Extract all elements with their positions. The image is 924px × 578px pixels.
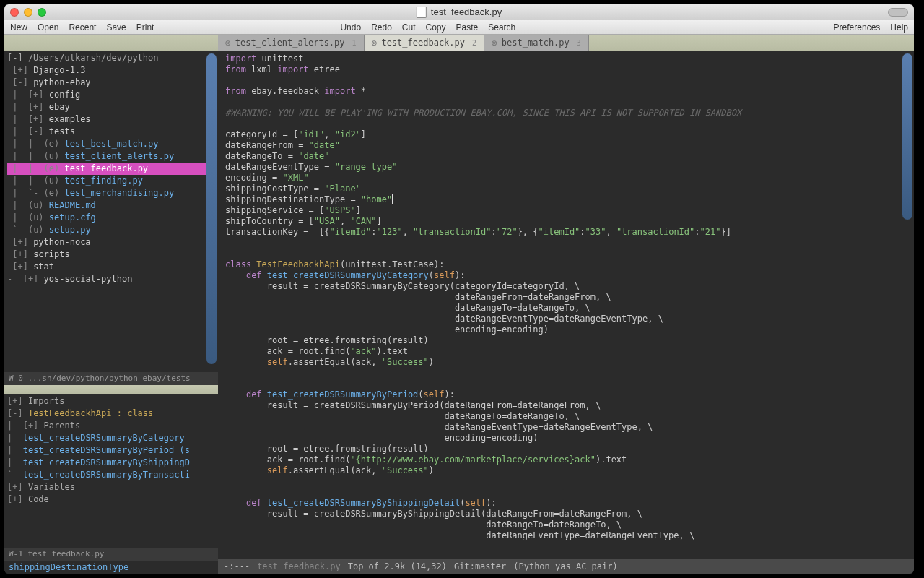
- menu-paste[interactable]: Paste: [456, 22, 479, 33]
- code-line[interactable]: root = etree.fromstring(result): [225, 444, 907, 454]
- outline-item[interactable]: [+] Imports: [7, 395, 215, 407]
- code-line[interactable]: [225, 476, 907, 487]
- code-line[interactable]: result = createDSRSummaryByCategory(cate…: [225, 281, 907, 292]
- tab-test_client_alerts-py[interactable]: ⊗test_client_alerts.py1: [218, 35, 365, 51]
- close-icon[interactable]: ⊗: [492, 38, 497, 48]
- code-line[interactable]: [225, 118, 907, 129]
- outline-item[interactable]: | test_createDSRSummaryByShippingD: [7, 457, 215, 469]
- code-line[interactable]: shippingService = ["USPS"]: [225, 205, 907, 216]
- code-line[interactable]: encoding = "XML": [225, 173, 907, 184]
- minibuffer[interactable]: shippingDestinationType: [4, 561, 218, 574]
- menu-redo[interactable]: Redo: [371, 22, 392, 33]
- code-line[interactable]: dateRangeEventType=dateRangeEventType, \: [225, 530, 907, 541]
- outline-item[interactable]: [+] Code: [7, 493, 215, 506]
- tab-test_feedback-py[interactable]: ⊗test_feedback.py2: [365, 35, 484, 51]
- menu-open[interactable]: Open: [38, 22, 58, 33]
- code-line[interactable]: shipToCountry = ["USA", "CAN"]: [225, 216, 907, 227]
- outline-panel[interactable]: [+] Imports[-] TestFeedbackhApi : class|…: [4, 394, 218, 548]
- titlebar-pill[interactable]: [888, 8, 908, 17]
- code-line[interactable]: shippingDestinationType = "home": [225, 194, 907, 205]
- menu-search[interactable]: Search: [488, 22, 515, 33]
- tree-item[interactable]: [+] Django-1.3: [7, 64, 215, 77]
- outline-item[interactable]: [-] TestFeedbackhApi : class: [7, 407, 215, 420]
- code-line[interactable]: from ebay.feedback import *: [225, 86, 907, 97]
- code-line[interactable]: dateRangeFrom = "date": [225, 140, 907, 151]
- outline-item[interactable]: | test_createDSRSummaryByPeriod (s: [7, 444, 215, 457]
- close-icon[interactable]: [10, 8, 19, 17]
- tree-item[interactable]: [+] stat: [7, 261, 215, 273]
- tree-item[interactable]: `- (u) setup.py: [7, 224, 215, 236]
- tree-item[interactable]: | (u) setup.cfg: [7, 212, 215, 224]
- close-icon[interactable]: ⊗: [372, 38, 378, 48]
- tree-item[interactable]: | | (e) test_best_match.py: [7, 138, 215, 150]
- code-line[interactable]: dateRangeEventType=dateRangeEventType, \: [225, 422, 907, 433]
- tree-item[interactable]: | | (e) test_feedback.py: [7, 163, 215, 175]
- tree-item[interactable]: - [+] yos-social-python: [7, 273, 215, 285]
- tree-item[interactable]: | | (u) test_client_alerts.py: [7, 150, 215, 163]
- file-tree[interactable]: [-] /Users/utkarsh/dev/python [+] Django…: [4, 51, 218, 372]
- tree-item[interactable]: [+] python-noca: [7, 236, 215, 249]
- tree-item[interactable]: | [-] tests: [7, 126, 215, 138]
- code-line[interactable]: [225, 487, 907, 498]
- code-line[interactable]: result = createDSRSummaryByShippingDetai…: [225, 509, 907, 519]
- close-icon[interactable]: ⊗: [225, 38, 231, 48]
- menu-copy[interactable]: Copy: [426, 22, 446, 33]
- code-line[interactable]: dateRangeTo=dateRangeTo, \: [225, 411, 907, 422]
- code-line[interactable]: dateRangeTo=dateRangeTo, \: [225, 303, 907, 314]
- editor[interactable]: import unittestfrom lxml import etree fr…: [218, 51, 914, 574]
- menu-print[interactable]: Print: [136, 22, 154, 33]
- tab-best_match-py[interactable]: ⊗best_match.py3: [484, 35, 589, 51]
- code-line[interactable]: [225, 249, 907, 259]
- code-line[interactable]: result = createDSRSummaryByPeriod(dateRa…: [225, 400, 907, 411]
- code-line[interactable]: self.assertEqual(ack, "Success"): [225, 465, 907, 476]
- code-line[interactable]: ack = root.find("ack").text: [225, 346, 907, 357]
- code-line[interactable]: encoding=encoding): [225, 324, 907, 335]
- code-line[interactable]: dateRangeTo=dateRangeTo, \: [225, 519, 907, 530]
- code-line[interactable]: [225, 75, 907, 86]
- code-line[interactable]: dateRangeFrom=dateRangeFrom, \: [225, 292, 907, 303]
- outline-item[interactable]: `- test_createDSRSummaryByTransacti: [7, 469, 215, 481]
- minimize-icon[interactable]: [24, 8, 32, 17]
- code-area[interactable]: import unittestfrom lxml import etree fr…: [218, 51, 914, 559]
- menu-preferences[interactable]: Preferences: [834, 22, 881, 33]
- tree-item[interactable]: | [+] examples: [7, 113, 215, 126]
- code-line[interactable]: class TestFeedbackhApi(unittest.TestCase…: [225, 259, 907, 270]
- code-line[interactable]: from lxml import etree: [225, 64, 907, 75]
- menu-help[interactable]: Help: [890, 22, 908, 33]
- code-line[interactable]: [225, 97, 907, 108]
- code-line[interactable]: [225, 379, 907, 389]
- code-line[interactable]: def test_createDSRSummaryByPeriod(self):: [225, 389, 907, 400]
- menu-new[interactable]: New: [10, 22, 27, 33]
- code-line[interactable]: [225, 238, 907, 249]
- code-line[interactable]: transactionKey = [{"itemId":"123", "tran…: [225, 227, 907, 238]
- code-line[interactable]: encoding=encoding): [225, 433, 907, 444]
- tree-item[interactable]: [-] python-ebay: [7, 77, 215, 89]
- outline-item[interactable]: | test_createDSRSummaryByCategory: [7, 432, 215, 444]
- code-line[interactable]: shippingCostType = "Plane": [225, 184, 907, 194]
- menu-undo[interactable]: Undo: [340, 22, 361, 33]
- sidebar-divider[interactable]: [4, 385, 218, 394]
- code-line[interactable]: def test_createDSRSummaryByShippingDetai…: [225, 498, 907, 509]
- scrollbar[interactable]: [206, 53, 217, 364]
- code-line[interactable]: self.assertEqual(ack, "Success"): [225, 357, 907, 368]
- code-line[interactable]: def test_createDSRSummaryByCategory(self…: [225, 270, 907, 281]
- scrollbar[interactable]: [902, 53, 912, 220]
- code-line[interactable]: [225, 368, 907, 379]
- menu-save[interactable]: Save: [106, 22, 126, 33]
- code-line[interactable]: ack = root.find("{http://www.ebay.com/ma…: [225, 454, 907, 465]
- outline-item[interactable]: [+] Variables: [7, 481, 215, 493]
- code-line[interactable]: dateRangeEventType = "range type": [225, 162, 907, 173]
- tree-item[interactable]: | (u) README.md: [7, 199, 215, 212]
- code-line[interactable]: dateRangeTo = "date": [225, 151, 907, 162]
- tree-item[interactable]: | [+] config: [7, 89, 215, 101]
- menu-cut[interactable]: Cut: [402, 22, 416, 33]
- maximize-icon[interactable]: [38, 8, 46, 17]
- tree-item[interactable]: | [+] ebay: [7, 101, 215, 113]
- tree-root[interactable]: [-] /Users/utkarsh/dev/python: [7, 52, 215, 64]
- code-line[interactable]: import unittest: [225, 53, 907, 64]
- code-line[interactable]: dateRangeEventType=dateRangeEventType, \: [225, 314, 907, 324]
- outline-item[interactable]: | [+] Parents: [7, 420, 215, 432]
- tree-item[interactable]: | `- (e) test_merchandising.py: [7, 187, 215, 199]
- menu-recent[interactable]: Recent: [69, 22, 96, 33]
- code-line[interactable]: categoryId = ["id1", "id2"]: [225, 129, 907, 140]
